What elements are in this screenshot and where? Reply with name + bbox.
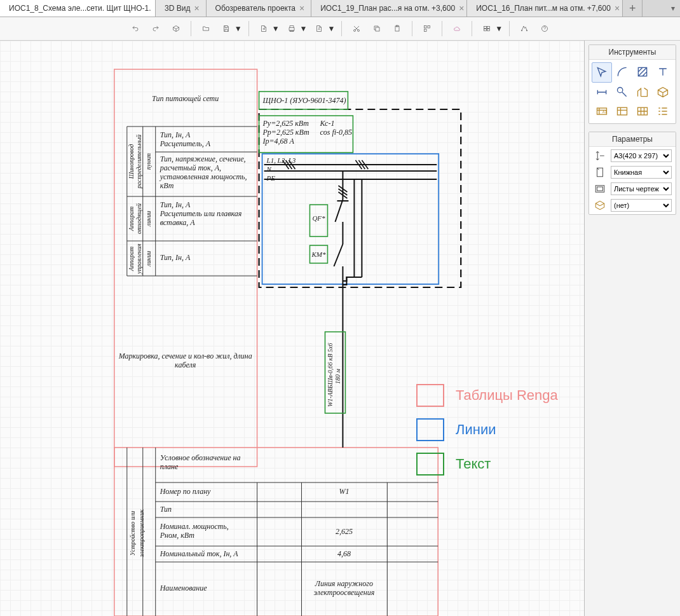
select-similar-button[interactable] bbox=[419, 20, 435, 37]
settings-button[interactable] bbox=[516, 20, 533, 37]
tool-dimension[interactable] bbox=[592, 83, 612, 102]
export-button[interactable] bbox=[255, 20, 272, 37]
svg-text:L1, L2, L3: L1, L2, L3 bbox=[266, 156, 296, 164]
tool-stamp[interactable]: A1 bbox=[592, 102, 612, 121]
separator bbox=[442, 21, 442, 36]
svg-rect-2 bbox=[376, 27, 379, 31]
svg-text:Устройство или: Устройство или bbox=[129, 511, 136, 556]
tab-drawing-ios1-19[interactable]: ИОС1_19_План рас...я на отм. +3,600 × bbox=[311, 0, 467, 17]
tab-3d-view[interactable]: 3D Вид × bbox=[156, 0, 207, 17]
chevron-down-icon[interactable]: ▼ bbox=[327, 24, 335, 33]
cloud-button[interactable] bbox=[449, 20, 465, 37]
tool-select[interactable] bbox=[592, 62, 612, 83]
print-button[interactable] bbox=[283, 20, 300, 37]
insert-button[interactable] bbox=[311, 20, 327, 37]
svg-text:ЩНО-1 (ЯУО-9601-3474): ЩНО-1 (ЯУО-9601-3474) bbox=[262, 96, 346, 105]
tab-label: ИОС1_16_План пит...м на отм. +7,600 bbox=[476, 4, 611, 13]
svg-text:электроприемник: электроприемник bbox=[138, 509, 145, 557]
close-icon[interactable]: × bbox=[459, 4, 464, 13]
svg-text:Тип, Iн, А: Тип, Iн, А bbox=[160, 130, 191, 139]
svg-rect-6 bbox=[428, 26, 430, 29]
close-icon[interactable]: × bbox=[194, 4, 199, 13]
svg-text:QF*: QF* bbox=[312, 214, 325, 222]
add-tab-button[interactable]: + bbox=[623, 0, 642, 17]
svg-text:Линия наружного: Линия наружного bbox=[315, 579, 373, 588]
separator bbox=[341, 21, 342, 36]
close-icon[interactable]: × bbox=[615, 4, 620, 13]
level-select[interactable]: (нет) bbox=[611, 199, 672, 212]
tool-table[interactable] bbox=[632, 102, 653, 121]
tabs-overflow[interactable]: ▾ bbox=[642, 0, 680, 17]
svg-text:Аппарат: Аппарат bbox=[128, 247, 135, 271]
svg-point-113 bbox=[618, 88, 623, 93]
legend-swatch-tables bbox=[416, 384, 444, 407]
tool-legend[interactable] bbox=[653, 102, 673, 121]
copy-button[interactable] bbox=[369, 20, 385, 37]
svg-text:Номинальный ток, Iн, А: Номинальный ток, Iн, А bbox=[160, 549, 239, 558]
svg-text:Кс-1: Кс-1 bbox=[319, 119, 334, 128]
open-button[interactable] bbox=[198, 20, 214, 37]
svg-text:Номинал. мощность,: Номинал. мощность, bbox=[160, 522, 229, 531]
drawing-canvas[interactable]: Тип питающей сети Шинопровод распределит… bbox=[0, 41, 584, 616]
paste-button[interactable] bbox=[389, 20, 405, 37]
chevron-down-icon[interactable]: ▼ bbox=[272, 24, 280, 33]
svg-text:N: N bbox=[266, 165, 272, 173]
sheet-size-select[interactable]: A3(420 x 297) bbox=[611, 149, 672, 162]
svg-text:Номер по плану: Номер по плану bbox=[160, 487, 211, 496]
close-icon[interactable]: × bbox=[299, 4, 304, 13]
parameters-panel-title: Параметры bbox=[589, 132, 676, 147]
tool-arc[interactable] bbox=[612, 62, 632, 81]
svg-text:кВт: кВт bbox=[160, 181, 174, 190]
svg-text:180 м: 180 м bbox=[334, 369, 341, 384]
tab-project-browser[interactable]: Обозреватель проекта × bbox=[207, 0, 312, 17]
box-3d-button[interactable] bbox=[168, 20, 184, 37]
tool-text[interactable] bbox=[653, 62, 673, 81]
svg-text:Условное обозначение на: Условное обозначение на bbox=[160, 453, 241, 462]
tools-panel: Инструменты A1 bbox=[588, 44, 676, 124]
svg-line-54 bbox=[334, 244, 343, 266]
svg-text:пункт: пункт bbox=[145, 153, 152, 170]
tool-view-3d[interactable] bbox=[653, 83, 673, 102]
svg-text:Расцепитель или плавкая: Расцепитель или плавкая bbox=[160, 209, 242, 218]
svg-text:cos fi-0,85: cos fi-0,85 bbox=[320, 128, 352, 137]
svg-text:установленная мощность,: установленная мощность, bbox=[160, 172, 247, 181]
chevron-down-icon[interactable]: ▼ bbox=[300, 24, 308, 33]
tool-hatch[interactable] bbox=[632, 62, 653, 81]
orientation-icon bbox=[593, 166, 607, 179]
manage-button[interactable] bbox=[479, 20, 495, 37]
level-icon bbox=[593, 199, 607, 212]
svg-text:2,625: 2,625 bbox=[336, 527, 353, 536]
help-button[interactable] bbox=[536, 20, 553, 37]
svg-text:линии: линии bbox=[145, 211, 152, 227]
tab-drawing-ios1-16[interactable]: ИОС1_16_План пит...м на отм. +7,600 × bbox=[467, 0, 623, 17]
svg-text:PE: PE bbox=[266, 174, 276, 182]
sheet-category-select[interactable]: Листы чертеж bbox=[611, 182, 672, 195]
svg-text:Расцепитель, А: Расцепитель, А bbox=[160, 139, 211, 148]
tool-schedule[interactable] bbox=[612, 102, 632, 121]
svg-rect-120 bbox=[597, 187, 603, 191]
legend-label-text: Текст bbox=[456, 456, 491, 472]
svg-text:отходящей: отходящей bbox=[135, 203, 142, 234]
chevron-down-icon[interactable]: ▼ bbox=[495, 24, 503, 33]
svg-rect-37 bbox=[262, 154, 439, 284]
cut-button[interactable] bbox=[348, 20, 365, 37]
tool-axis[interactable] bbox=[612, 83, 632, 102]
tool-view-building[interactable] bbox=[632, 83, 653, 102]
svg-text:линии: линии bbox=[145, 251, 152, 267]
svg-text:Маркировка, сечение и кол-во ж: Маркировка, сечение и кол-во жил, длина bbox=[118, 352, 252, 360]
orientation-select[interactable]: Книжная bbox=[611, 166, 672, 179]
svg-text:Тип, Iн, А: Тип, Iн, А bbox=[160, 200, 191, 209]
save-button[interactable] bbox=[218, 20, 235, 37]
svg-text:Ру=2,625 кВт: Ру=2,625 кВт bbox=[262, 119, 309, 128]
svg-text:вставка, А: вставка, А bbox=[160, 218, 196, 227]
separator bbox=[509, 21, 510, 36]
legend: Таблицы Renga Линии Текст bbox=[416, 384, 558, 487]
tab-drawing-ios1-8[interactable]: ИОС1_8_Схема эле...сети. Щит ЩНО-1. × bbox=[0, 0, 156, 17]
chevron-down-icon[interactable]: ▼ bbox=[235, 24, 242, 33]
svg-text:Наименование: Наименование bbox=[160, 584, 208, 592]
svg-text:кабеля: кабеля bbox=[175, 360, 196, 369]
svg-line-51 bbox=[335, 200, 343, 222]
undo-button[interactable] bbox=[127, 20, 144, 37]
tab-label: Обозреватель проекта bbox=[215, 4, 296, 13]
redo-button[interactable] bbox=[147, 20, 164, 37]
